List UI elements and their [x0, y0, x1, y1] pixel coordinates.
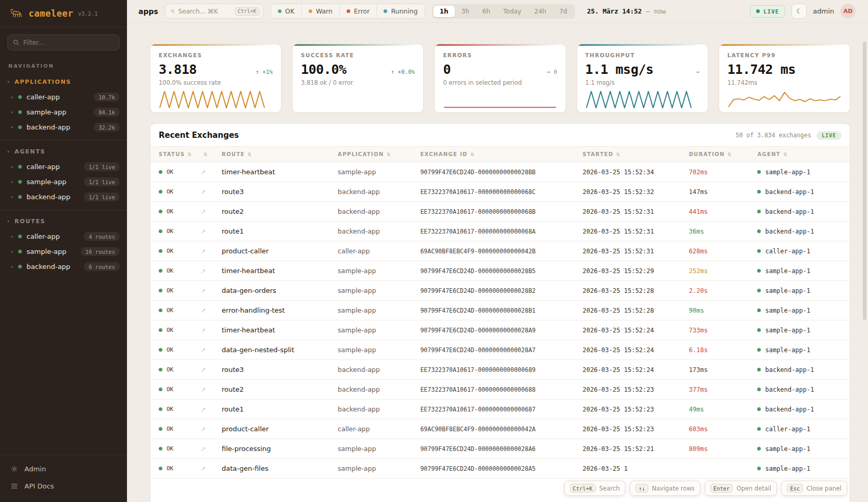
table-row[interactable]: OK ↗ file-processing sample-app 90799F47…	[150, 439, 850, 459]
open-exchange-icon[interactable]: ↗	[201, 465, 206, 472]
open-exchange-icon[interactable]: ↗	[201, 406, 206, 413]
table-row[interactable]: OK ↗ route2 backend-app EE7322370A10617-…	[150, 202, 850, 222]
time-range-button[interactable]: 3h	[455, 6, 476, 17]
column-header[interactable]: STATUS⇅	[150, 147, 197, 162]
table-row[interactable]: OK ↗ route1 backend-app EE7322370A10617-…	[150, 222, 850, 241]
table-row[interactable]: OK ↗ timer-heartbeat sample-app 90799F47…	[150, 162, 850, 182]
table-row[interactable]: OK ↗ route3 backend-app EE7322370A10617-…	[150, 360, 850, 380]
sidebar-item[interactable]: ▸ caller-app 4 routes	[0, 229, 127, 244]
open-exchange-icon[interactable]: ↗	[201, 228, 206, 235]
open-exchange-icon[interactable]: ↗	[201, 169, 206, 176]
sidebar-section-header[interactable]: ▾ ROUTES	[0, 214, 127, 229]
column-header[interactable]: ROUTE⇅	[218, 147, 334, 162]
row-exchange-id: 90799F47E6CD24D-00000000000028B5	[420, 267, 536, 275]
agent-dot-icon	[757, 210, 761, 213]
brand: cameleer v3.2.1	[0, 0, 127, 27]
agent-dot-icon	[757, 407, 761, 411]
scrollbar-thumb[interactable]	[863, 42, 866, 320]
time-range-button[interactable]: Today	[497, 6, 528, 17]
row-exchange-id: EE7322370A10617-000000000000068B	[420, 208, 536, 215]
row-started: 2026-03-25 15:52:29	[582, 267, 654, 275]
column-header[interactable]: ⇅	[197, 147, 218, 162]
sidebar-filter[interactable]	[7, 34, 120, 50]
time-period: 25. März 14:52 — now	[587, 7, 666, 15]
table-row[interactable]: OK ↗ data-gen-nested-split sample-app 90…	[150, 340, 850, 360]
table-row[interactable]: OK ↗ timer-heartbeat sample-app 90799F47…	[150, 320, 850, 340]
metric-trend: ↑ +1%	[252, 69, 273, 75]
sidebar-section-header[interactable]: ▾ APPLICATIONS	[0, 75, 127, 89]
sort-icon: ⇅	[470, 152, 475, 157]
row-duration: 36ms	[689, 228, 704, 235]
topbar: apps Ctrl+K OK Warn Error Running 1h 3h …	[127, 0, 868, 23]
table-row[interactable]: OK ↗ route3 backend-app EE7322370A10617-…	[150, 182, 850, 202]
table-row[interactable]: OK ↗ route1 backend-app EE7322370A10617-…	[150, 400, 850, 419]
row-application: backend-app	[338, 385, 380, 393]
metric-accent-bar	[435, 44, 565, 46]
table-row[interactable]: OK ↗ data-gen-orders sample-app 90799F47…	[150, 281, 850, 301]
row-application: sample-app	[338, 287, 376, 294]
open-exchange-icon[interactable]: ↗	[201, 208, 206, 215]
status-filter-chip[interactable]: OK	[271, 4, 301, 18]
sidebar-item[interactable]: ▸ backend-app 6 routes	[0, 259, 127, 274]
column-header[interactable]: EXCHANGE ID⇅	[416, 147, 579, 162]
sidebar-item[interactable]: ▸ backend-app 32.2k	[0, 120, 127, 135]
open-exchange-icon[interactable]: ↗	[201, 327, 206, 334]
open-exchange-icon[interactable]: ↗	[201, 287, 206, 294]
table-row[interactable]: OK ↗ product-caller caller-app 69AC90BF8…	[150, 241, 850, 261]
row-route: route3	[222, 366, 244, 374]
row-agent: sample-app-1	[757, 287, 846, 294]
open-exchange-icon[interactable]: ↗	[201, 188, 206, 196]
sidebar-item[interactable]: ▸ caller-app 10.7k	[0, 89, 127, 105]
open-exchange-icon[interactable]: ↗	[201, 445, 206, 453]
column-header[interactable]: APPLICATION⇅	[334, 147, 416, 162]
column-header[interactable]: STARTED⇅	[578, 147, 684, 162]
status-filter-chip[interactable]: Warn	[301, 4, 339, 18]
search-input[interactable]	[178, 8, 231, 15]
open-exchange-icon[interactable]: ↗	[201, 307, 206, 314]
period-end: now	[654, 7, 666, 15]
column-header[interactable]: DURATION⇅	[685, 147, 754, 162]
sidebar-item[interactable]: ▸ sample-app 1/1 live	[0, 174, 127, 189]
status-filter-chip[interactable]: Running	[376, 4, 424, 18]
open-exchange-icon[interactable]: ↗	[201, 426, 206, 433]
time-range-button[interactable]: 1h	[433, 6, 455, 17]
ok-dot-icon	[159, 210, 162, 213]
sidebar-item[interactable]: ▸ backend-app 1/1 live	[0, 189, 127, 204]
table-row[interactable]: OK ↗ timer-heartbeat sample-app 90799F47…	[150, 261, 850, 281]
sidebar-item[interactable]: ▸ caller-app 1/1 live	[0, 159, 127, 174]
sparkline-chart	[301, 90, 415, 109]
search-box[interactable]: Ctrl+K	[165, 4, 264, 19]
row-status-label: OK	[167, 386, 173, 393]
sidebar-item[interactable]: ▸ sample-app 84.1k	[0, 105, 127, 120]
app-name: cameleer	[29, 8, 73, 19]
row-route: file-processing	[222, 445, 271, 453]
status-filter-label: OK	[285, 7, 295, 15]
table-row[interactable]: OK ↗ product-caller caller-app 69AC90BF8…	[150, 419, 850, 439]
sort-icon: ⇅	[203, 152, 208, 157]
sidebar-item[interactable]: ▸ sample-app 16 routes	[0, 244, 127, 259]
time-range-button[interactable]: 6h	[476, 6, 496, 17]
status-dot	[18, 250, 22, 253]
live-toggle[interactable]: LIVE	[750, 5, 785, 18]
time-range-button[interactable]: 24h	[528, 6, 553, 17]
status-filter-chip[interactable]: Error	[339, 4, 376, 18]
sidebar-section-header[interactable]: ▾ AGENTS	[0, 145, 127, 159]
table-row[interactable]: OK ↗ route2 backend-app EE7322370A10617-…	[150, 380, 850, 400]
open-exchange-icon[interactable]: ↗	[201, 346, 206, 354]
open-exchange-icon[interactable]: ↗	[201, 386, 206, 393]
column-header[interactable]: AGENT⇅	[753, 147, 850, 162]
period-separator: —	[646, 7, 650, 15]
row-status: OK	[159, 445, 193, 452]
row-agent: backend-app-1	[757, 406, 846, 413]
table-row[interactable]: OK ↗ error-handling-test sample-app 9079…	[150, 301, 850, 320]
avatar[interactable]: AD	[840, 4, 856, 19]
theme-toggle-button[interactable]: ☾	[792, 4, 807, 19]
sidebar-footer-item[interactable]: API Docs	[0, 478, 127, 495]
table-row[interactable]: OK ↗ data-gen-files sample-app 90799F47E…	[150, 459, 850, 479]
sidebar-footer-item[interactable]: Admin	[0, 460, 127, 478]
open-exchange-icon[interactable]: ↗	[201, 267, 206, 275]
filter-input[interactable]	[23, 39, 114, 46]
time-range-button[interactable]: 7d	[553, 6, 573, 17]
open-exchange-icon[interactable]: ↗	[201, 366, 206, 374]
open-exchange-icon[interactable]: ↗	[201, 248, 206, 255]
